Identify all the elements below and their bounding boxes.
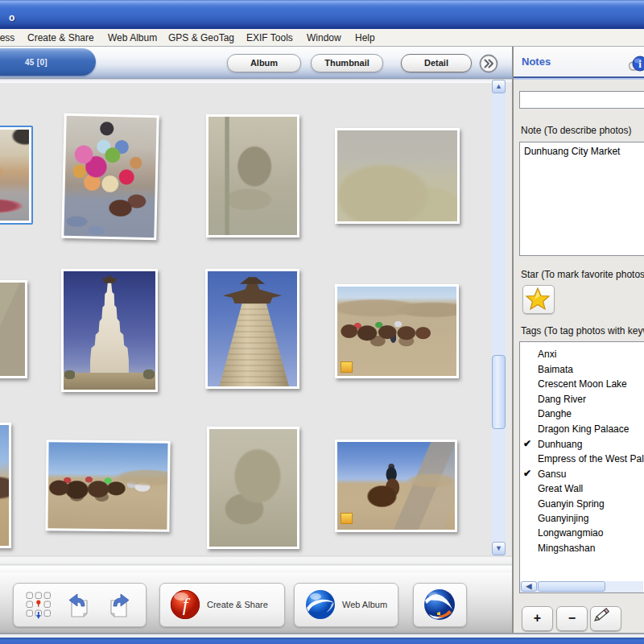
svg-text:i: i: [638, 58, 642, 70]
